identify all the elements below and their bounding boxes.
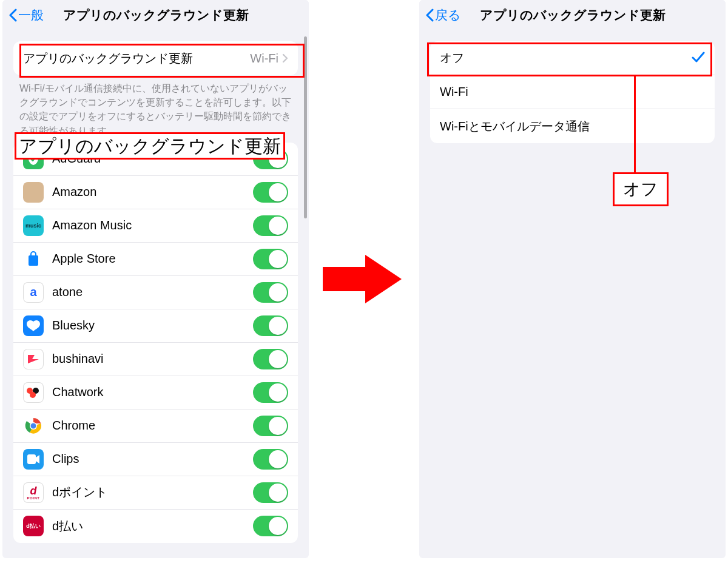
nav-title: アプリのバックグラウンド更新	[419, 7, 726, 24]
checkmark-icon	[692, 51, 705, 66]
background-refresh-setting-row[interactable]: アプリのバックグラウンド更新 Wi-Fi	[13, 41, 298, 75]
app-row: d払いd払い	[13, 510, 298, 543]
app-label: Amazon Music	[52, 218, 132, 232]
arrow-icon	[323, 252, 402, 306]
app-icon	[23, 315, 44, 336]
chevron-left-icon	[425, 8, 434, 22]
app-row: bushinavi	[13, 343, 298, 376]
app-toggle[interactable]	[253, 349, 288, 369]
app-icon	[23, 449, 44, 470]
app-row: Bluesky	[13, 309, 298, 343]
app-row: Amazon	[13, 176, 298, 209]
chevron-right-icon	[282, 53, 288, 63]
app-toggle[interactable]	[253, 249, 288, 269]
app-toggle[interactable]	[253, 282, 288, 303]
app-toggle[interactable]	[253, 516, 288, 536]
setting-group: アプリのバックグラウンド更新 Wi-Fi	[13, 41, 298, 75]
app-icon: music	[23, 215, 44, 236]
svg-point-6	[31, 423, 36, 428]
app-label: bushinavi	[52, 352, 104, 366]
app-row: dPOINTdポイント	[13, 476, 298, 510]
app-label: Apple Store	[52, 252, 116, 266]
screen-background-refresh-list: 一般 アプリのバックグラウンド更新 アプリのバックグラウンド更新 Wi-Fi W…	[2, 0, 309, 558]
app-label: Chatwork	[52, 385, 103, 399]
setting-label: アプリのバックグラウンド更新	[23, 50, 193, 67]
app-row: musicAmazon Music	[13, 209, 298, 243]
callout-connector	[634, 76, 636, 174]
option-row[interactable]: Wi-Fi	[430, 75, 715, 109]
app-toggle[interactable]	[253, 315, 288, 336]
screen-background-refresh-options: 戻る アプリのバックグラウンド更新 オフWi-FiWi-Fiとモバイルデータ通信	[419, 0, 726, 558]
app-label: atone	[52, 285, 83, 299]
back-label: 一般	[18, 7, 44, 24]
app-icon: a	[23, 282, 44, 303]
app-row: Clips	[13, 443, 298, 476]
option-row[interactable]: オフ	[430, 41, 715, 75]
nav-title: アプリのバックグラウンド更新	[2, 7, 309, 24]
app-toggle[interactable]	[253, 482, 288, 503]
scrollbar[interactable]	[304, 36, 307, 218]
app-label: Clips	[52, 452, 79, 466]
app-icon	[23, 382, 44, 403]
app-row: Chrome	[13, 410, 298, 443]
callout-off: オフ	[613, 172, 669, 206]
app-label: Bluesky	[52, 319, 95, 332]
app-row: Apple Store	[13, 243, 298, 276]
option-label: オフ	[440, 50, 464, 66]
app-label: d払い	[52, 518, 83, 534]
setting-description: Wi-Fi/モバイル通信接続中に、使用されていないアプリがバックグラウンドでコン…	[2, 75, 309, 138]
app-icon	[23, 349, 44, 369]
app-toggle[interactable]	[253, 182, 288, 203]
option-label: Wi-Fiとモバイルデータ通信	[440, 118, 590, 135]
app-icon: dPOINT	[23, 482, 44, 503]
app-toggle[interactable]	[253, 215, 288, 236]
apps-list: AdGuardAmazonmusicAmazon MusicApple Stor…	[13, 143, 298, 543]
option-label: Wi-Fi	[440, 85, 468, 99]
option-row[interactable]: Wi-Fiとモバイルデータ通信	[430, 109, 715, 143]
app-label: Amazon	[52, 185, 96, 199]
app-icon: d払い	[23, 516, 44, 536]
svg-marker-8	[323, 255, 402, 303]
app-label: dポイント	[52, 484, 107, 501]
app-toggle[interactable]	[253, 449, 288, 470]
svg-rect-7	[27, 454, 36, 464]
app-icon	[23, 249, 44, 269]
app-row: aatone	[13, 276, 298, 309]
svg-rect-0	[29, 255, 38, 266]
highlight-caption: アプリのバックグラウンド更新	[15, 132, 285, 160]
app-icon	[23, 182, 44, 203]
back-button[interactable]: 一般	[2, 7, 44, 24]
chevron-left-icon	[8, 8, 17, 22]
svg-point-3	[30, 392, 36, 398]
options-group: オフWi-FiWi-Fiとモバイルデータ通信	[430, 41, 715, 143]
back-button[interactable]: 戻る	[419, 7, 461, 24]
nav-bar: 一般 アプリのバックグラウンド更新	[2, 0, 309, 30]
app-toggle[interactable]	[253, 382, 288, 403]
app-label: Chrome	[52, 419, 95, 433]
app-toggle[interactable]	[253, 416, 288, 436]
app-row: Chatwork	[13, 376, 298, 410]
back-label: 戻る	[435, 7, 461, 24]
app-icon	[23, 416, 44, 436]
setting-value: Wi-Fi	[250, 52, 288, 66]
nav-bar: 戻る アプリのバックグラウンド更新	[419, 0, 726, 30]
